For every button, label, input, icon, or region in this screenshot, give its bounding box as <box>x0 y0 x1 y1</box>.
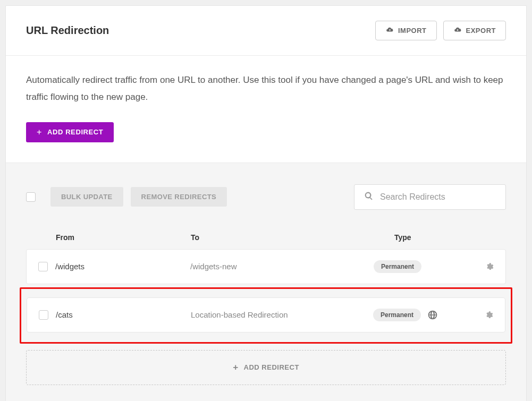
gear-icon[interactable] <box>485 262 494 271</box>
row-from-value: /cats <box>56 310 191 319</box>
row-select-checkbox[interactable] <box>39 310 48 320</box>
list-toolbar: BULK UPDATE REMOVE REDIRECTS <box>26 184 506 210</box>
globe-icon <box>427 310 438 320</box>
row-to-value: Location-based Redirection <box>191 310 373 319</box>
cloud-upload-icon <box>385 26 394 35</box>
bulk-update-button[interactable]: BULK UPDATE <box>50 187 123 207</box>
col-from-header: From <box>56 233 191 242</box>
search-icon <box>364 191 374 203</box>
add-redirect-strip[interactable]: + ADD REDIRECT <box>26 350 506 385</box>
remove-redirects-button[interactable]: REMOVE REDIRECTS <box>131 187 227 207</box>
export-button[interactable]: EXPORT <box>443 21 506 40</box>
add-redirect-button[interactable]: + ADD REDIRECT <box>26 122 114 142</box>
table-row: /widgets /widgets-new Permanent <box>26 249 506 284</box>
select-all-checkbox[interactable] <box>26 192 36 202</box>
row-from-value: /widgets <box>55 262 190 271</box>
row-select-checkbox[interactable] <box>38 262 48 271</box>
page-title: URL Redirection <box>26 24 109 37</box>
plus-icon: + <box>233 362 238 373</box>
col-to-header: To <box>191 233 394 242</box>
import-label: IMPORT <box>398 27 427 35</box>
type-badge: Permanent <box>373 309 421 321</box>
page-header: URL Redirection IMPORT EXPORT <box>6 6 526 56</box>
intro-text: Automatically redirect traffic from one … <box>26 72 506 106</box>
type-badge: Permanent <box>374 260 421 273</box>
import-button[interactable]: IMPORT <box>375 21 437 40</box>
gear-icon[interactable] <box>485 311 493 319</box>
search-input[interactable] <box>380 192 496 202</box>
add-redirect-strip-label: ADD REDIRECT <box>244 363 299 371</box>
export-label: EXPORT <box>466 27 496 35</box>
table-row: /cats Location-based Redirection Permane… <box>27 297 505 332</box>
plus-icon: + <box>37 128 42 136</box>
highlighted-row-box: /cats Location-based Redirection Permane… <box>20 287 512 344</box>
redirect-list-block: BULK UPDATE REMOVE REDIRECTS From To Typ… <box>6 163 526 401</box>
intro-block: Automatically redirect traffic from one … <box>6 56 526 163</box>
add-redirect-label: ADD REDIRECT <box>47 128 103 136</box>
search-wrapper[interactable] <box>354 184 506 210</box>
col-type-header: Type <box>394 233 506 242</box>
row-to-value: /widgets-new <box>190 262 374 271</box>
table-header: From To Type <box>26 226 506 249</box>
cloud-download-icon <box>453 26 462 35</box>
